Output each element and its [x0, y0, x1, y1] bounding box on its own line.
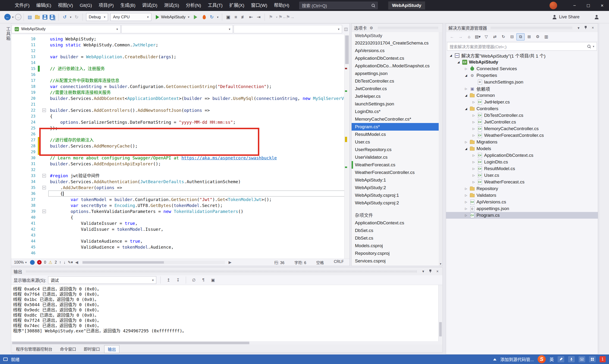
tab-item[interactable]: Services.csproj	[352, 257, 442, 265]
scroll-left-icon[interactable]: ◀	[75, 260, 78, 265]
tab-item[interactable]: ApplicationDbCo...ModelSnapshot.cs	[352, 62, 442, 70]
code-line[interactable]: 43	[11, 232, 350, 238]
code-line[interactable]: 41 ValidateIssuer = true,	[11, 220, 350, 226]
expander-icon[interactable]: ▷	[471, 100, 477, 104]
code-line[interactable]: 40 {	[11, 214, 350, 220]
code-line[interactable]: 16	[11, 72, 350, 78]
tab-item[interactable]: WebApiStudy.csproj:2	[352, 199, 442, 207]
code-line[interactable]: 19//需要注册数据库连接相关服务	[11, 90, 350, 95]
close-button[interactable]: ×	[595, 0, 609, 11]
code-line[interactable]: 39– options.TokenValidationParameters = …	[11, 208, 350, 214]
tab-item[interactable]: Repository.csproj	[352, 249, 442, 257]
tree-item[interactable]: ▷ApiVersions.cs	[446, 199, 598, 205]
restart-icon[interactable]: ↻	[208, 13, 216, 21]
next-message-icon[interactable]: ↧	[174, 276, 182, 284]
tree-item[interactable]: ▷WeatherForecastController.cs	[446, 132, 598, 139]
new-file-icon[interactable]: ▤	[26, 13, 34, 21]
tab-item[interactable]: UserRepository.cs	[352, 146, 442, 154]
menu-item[interactable]: 工具(T)	[204, 0, 226, 11]
code-line[interactable]: 44 ValidateAudience = true,	[11, 238, 350, 244]
navigate-back-dropdown-icon[interactable]: ▾	[11, 13, 15, 21]
undo-icon[interactable]: ↺	[61, 13, 68, 21]
spaces-indicator[interactable]: 空格	[316, 260, 324, 265]
code-line[interactable]: 31builder.Services.AddEndpointsApiExplor…	[11, 161, 350, 167]
code-line[interactable]: 34builder.Services.AddAuthentication(Jwt…	[11, 179, 350, 185]
hot-reload-dropdown-icon[interactable]: ▾	[216, 13, 220, 21]
code-line[interactable]: 14	[11, 60, 350, 66]
tree-item[interactable]: ▷ApplicationDbContext.cs	[446, 152, 598, 159]
word-wrap-icon[interactable]: ¶	[200, 276, 207, 284]
previous-bookmark-icon[interactable]: ⚑←	[279, 13, 286, 21]
code-line[interactable]: 26	[11, 131, 350, 137]
tree-item[interactable]: ◢WebApiStudy	[446, 59, 598, 65]
code-editor[interactable]: 10using WebApiStudy;11using static WebAp…	[11, 35, 350, 259]
tab-item[interactable]: ApplicationDbContext.cs	[352, 54, 442, 62]
fold-toggle-icon[interactable]: –	[42, 108, 46, 112]
tool-window-tab[interactable]: 程序包管理器控制台	[13, 345, 56, 352]
menu-item[interactable]: 生成(B)	[117, 0, 139, 11]
toggle-autoscroll-icon[interactable]: ▣	[209, 276, 217, 284]
tab-item[interactable]: launchSettings.json	[352, 100, 442, 108]
tree-item[interactable]: ▷DbTestController.cs	[446, 112, 598, 119]
expander-icon[interactable]: ▷	[471, 127, 477, 130]
code-line[interactable]: 28builder.Services.AddMemoryCache();	[11, 143, 350, 149]
navigate-back-button[interactable]: ←	[4, 14, 11, 20]
preview-code-icon[interactable]: ▥	[542, 33, 550, 40]
tab-item[interactable]: 20221020101704_CreateSchema.cs	[352, 39, 442, 47]
tab-item[interactable]: appsettings.json	[352, 70, 442, 77]
tab-item[interactable]: Program.cs*	[352, 123, 442, 130]
tree-item[interactable]: ◢Common	[446, 92, 598, 99]
output-source-dropdown[interactable]: 调试 ▾	[48, 276, 156, 284]
tree-item[interactable]: ▷ResultModel.cs	[446, 165, 598, 172]
start-without-debugging-icon[interactable]	[193, 13, 200, 21]
error-count[interactable]: 0	[44, 260, 46, 265]
properties-icon[interactable]: ⚙	[534, 33, 542, 40]
tree-item[interactable]: ▷appsettings.json	[446, 205, 598, 212]
close-panel-icon[interactable]: ×	[435, 269, 440, 273]
tabs-scrollbar[interactable]: ▼	[439, 32, 442, 266]
warning-count[interactable]: 2	[55, 260, 57, 265]
hot-reload-icon[interactable]	[200, 13, 208, 21]
tab-item[interactable]: DbSet.cs	[352, 234, 442, 242]
tab-item[interactable]: JwtController.cs	[352, 85, 442, 92]
filter-icon[interactable]: ▽	[482, 33, 490, 40]
show-all-files-icon[interactable]: ⊞	[525, 33, 533, 40]
tree-item[interactable]: ▷Migrations	[446, 139, 598, 145]
save-icon[interactable]	[41, 13, 49, 21]
type-dropdown[interactable]: ▾	[121, 25, 233, 33]
tab-item[interactable]: WebApiStudy:2	[352, 184, 442, 192]
platform-dropdown[interactable]: Any CPU▾	[110, 13, 151, 21]
uncomment-selection-icon[interactable]: ≢	[240, 13, 247, 21]
expander-icon[interactable]: ◢	[448, 54, 454, 57]
fold-toggle-icon[interactable]: –	[42, 174, 46, 178]
expander-icon[interactable]: ▷	[471, 134, 477, 137]
scroll-down-icon[interactable]: ▼	[439, 262, 442, 265]
editor-vertical-scrollbar[interactable]	[344, 35, 350, 259]
tree-item[interactable]: ▷JwtController.cs	[446, 119, 598, 125]
tree-item[interactable]: ▷User.cs	[446, 172, 598, 179]
expander-icon[interactable]: ▷	[463, 214, 469, 217]
code-line[interactable]: 42 ValidIssuer = tokenModel.Issuer,	[11, 226, 350, 232]
toggle-bookmark-icon[interactable]: ⚑	[267, 13, 274, 21]
menu-item[interactable]: 视图(V)	[55, 0, 76, 11]
menu-item[interactable]: 扩展(X)	[226, 0, 248, 11]
tree-item[interactable]: ▷MemoryCacheController.cs	[446, 125, 598, 132]
tab-item[interactable]: ApplicationDbContext.cs	[352, 219, 442, 227]
save-all-icon[interactable]	[49, 13, 56, 21]
find-in-files-icon[interactable]: ▣	[224, 13, 232, 21]
tab-item[interactable]: Models.csproj	[352, 242, 442, 249]
configuration-dropdown[interactable]: Debug▾	[86, 13, 108, 21]
expander-icon[interactable]: ◢	[463, 107, 469, 110]
tab-item[interactable]: ResultModel.cs	[352, 130, 442, 138]
switch-views-icon[interactable]: ▤▾	[474, 33, 482, 40]
expander-icon[interactable]: ▷	[471, 154, 477, 157]
comment-selection-icon[interactable]: ≡	[232, 13, 240, 21]
pin-icon[interactable]	[428, 269, 433, 273]
expander-icon[interactable]: ▷	[463, 87, 469, 91]
code-line[interactable]: 30// Learn more about configuring Swagge…	[11, 155, 350, 161]
open-file-icon[interactable]	[34, 13, 41, 21]
search-options-icon[interactable]: ▾	[593, 45, 594, 48]
output-vertical-scrollbar[interactable]	[438, 285, 442, 341]
add-to-source-control-button[interactable]: 添加到源代码管...	[500, 356, 534, 362]
tree-item[interactable]: ◢解决方案"WebApiStudy"(1 个项目/共 1 个)	[446, 52, 598, 59]
